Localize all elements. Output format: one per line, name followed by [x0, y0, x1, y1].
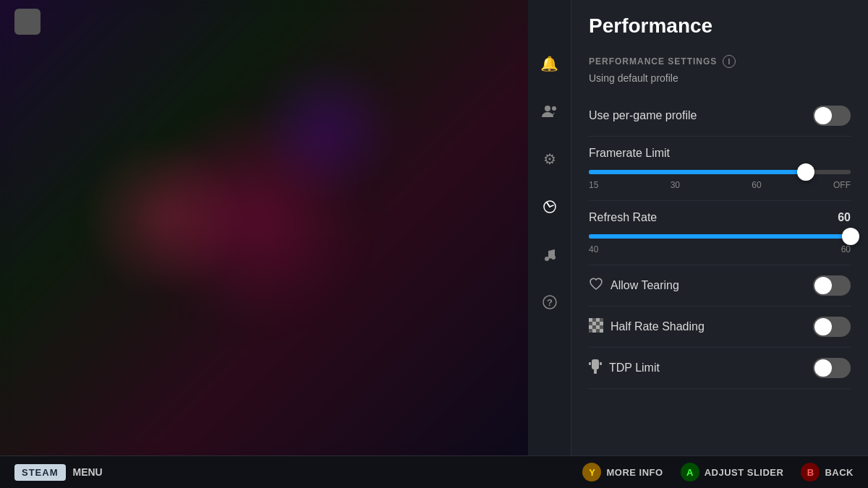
y-button[interactable]: Y	[582, 463, 601, 481]
svg-rect-16	[592, 325, 596, 329]
framerate-label-60: 60	[752, 180, 761, 190]
svg-text:?: ?	[547, 297, 553, 308]
tdp-limit-label: TDP Limit	[609, 361, 660, 374]
framerate-slider-track[interactable]	[589, 170, 851, 174]
refresh-slider-container	[589, 234, 851, 239]
refresh-rate-section: Refresh Rate 60 40 60	[589, 201, 851, 265]
performance-panel: Performance PERFORMANCE SETTINGS i Using…	[571, 0, 868, 455]
svg-rect-23	[592, 359, 599, 369]
per-game-profile-row: Use per-game profile	[589, 95, 851, 137]
checkerboard-icon	[589, 318, 603, 336]
half-rate-knob	[814, 318, 832, 335]
framerate-slider-labels: 15 30 60 OFF	[589, 180, 851, 190]
refresh-rate-value: 60	[838, 211, 851, 224]
refresh-slider-labels: 40 60	[589, 244, 851, 254]
info-icon[interactable]: i	[723, 55, 736, 68]
refresh-rate-header: Refresh Rate 60	[589, 211, 851, 224]
a-button[interactable]: A	[681, 463, 699, 481]
svg-rect-26	[600, 362, 602, 365]
allow-tearing-knob	[814, 277, 832, 294]
svg-rect-21	[596, 329, 600, 333]
adjust-slider-action: A ADJUST SLIDER	[681, 463, 784, 481]
tdp-limit-label-group: TDP Limit	[589, 359, 660, 377]
svg-rect-19	[589, 329, 592, 333]
half-rate-row: Half Rate Shading	[589, 307, 851, 348]
half-rate-toggle[interactable]	[813, 317, 851, 337]
tdp-limit-toggle[interactable]	[813, 358, 851, 378]
svg-rect-11	[589, 322, 592, 325]
svg-rect-9	[596, 318, 600, 322]
framerate-slider-container	[589, 170, 851, 174]
back-action: B BACK	[801, 463, 854, 481]
user-avatar	[14, 9, 41, 35]
half-rate-label: Half Rate Shading	[610, 320, 705, 333]
svg-rect-13	[596, 322, 600, 325]
svg-rect-8	[592, 318, 596, 322]
refresh-slider-thumb[interactable]	[842, 228, 859, 245]
svg-rect-17	[596, 325, 600, 329]
svg-rect-15	[589, 325, 592, 329]
allow-tearing-row: Allow Tearing	[589, 265, 851, 307]
half-rate-label-group: Half Rate Shading	[589, 318, 705, 336]
framerate-title: Framerate Limit	[589, 147, 851, 160]
framerate-label-off: OFF	[833, 180, 851, 190]
sidebar-icon-bell[interactable]: 🔔	[537, 51, 563, 77]
panel-title: Performance	[589, 14, 851, 38]
svg-rect-12	[592, 322, 596, 325]
heart-icon	[589, 278, 603, 294]
tdp-limit-row: TDP Limit	[589, 348, 851, 389]
steam-button[interactable]: STEAM	[14, 464, 66, 481]
svg-rect-18	[600, 325, 603, 329]
svg-point-1	[552, 106, 556, 111]
sidebar-icon-friends[interactable]	[537, 98, 563, 124]
svg-point-4	[551, 255, 556, 260]
allow-tearing-label: Allow Tearing	[610, 279, 679, 292]
b-button[interactable]: B	[801, 463, 820, 481]
default-profile-text: Using default profile	[589, 72, 851, 84]
sidebar: 🔔 ⚙ ?	[528, 0, 571, 455]
more-info-action: Y MORE INFO	[582, 463, 663, 481]
more-info-label: MORE INFO	[606, 467, 663, 478]
svg-rect-24	[594, 369, 597, 374]
svg-rect-20	[592, 329, 596, 333]
sidebar-icon-music[interactable]	[537, 241, 563, 267]
back-label: BACK	[825, 467, 854, 478]
framerate-slider-thumb[interactable]	[797, 163, 814, 181]
background-area	[0, 0, 528, 488]
framerate-label-15: 15	[589, 180, 598, 190]
tdp-icon	[589, 359, 602, 377]
svg-rect-10	[600, 318, 603, 322]
refresh-label-40: 40	[589, 244, 598, 254]
top-bar	[0, 0, 528, 43]
svg-rect-22	[600, 329, 603, 333]
allow-tearing-label-group: Allow Tearing	[589, 278, 679, 294]
section-label: PERFORMANCE SETTINGS i	[589, 55, 851, 68]
svg-rect-7	[589, 318, 592, 322]
framerate-label-30: 30	[671, 180, 680, 190]
framerate-section: Framerate Limit 15 30 60 OFF	[589, 137, 851, 201]
framerate-slider-fill	[589, 170, 806, 174]
per-game-label: Use per-game profile	[589, 109, 697, 122]
refresh-slider-track[interactable]	[589, 234, 851, 239]
svg-point-3	[545, 257, 549, 261]
tdp-limit-knob	[814, 359, 832, 377]
svg-point-0	[545, 106, 550, 111]
bottom-bar: STEAM MENU Y MORE INFO A ADJUST SLIDER B…	[0, 455, 868, 488]
menu-label[interactable]: MENU	[73, 466, 103, 478]
sidebar-icon-help[interactable]: ?	[537, 289, 563, 315]
svg-rect-25	[589, 362, 591, 365]
refresh-label-60: 60	[841, 244, 851, 254]
sidebar-icon-settings[interactable]: ⚙	[537, 146, 563, 172]
per-game-toggle[interactable]	[813, 106, 851, 126]
svg-rect-14	[600, 322, 603, 325]
per-game-toggle-knob	[814, 107, 832, 124]
allow-tearing-toggle[interactable]	[813, 275, 851, 296]
refresh-rate-label: Refresh Rate	[589, 211, 657, 224]
adjust-slider-label: ADJUST SLIDER	[705, 467, 784, 478]
sidebar-icon-performance[interactable]	[537, 194, 563, 220]
refresh-slider-fill	[589, 234, 851, 239]
